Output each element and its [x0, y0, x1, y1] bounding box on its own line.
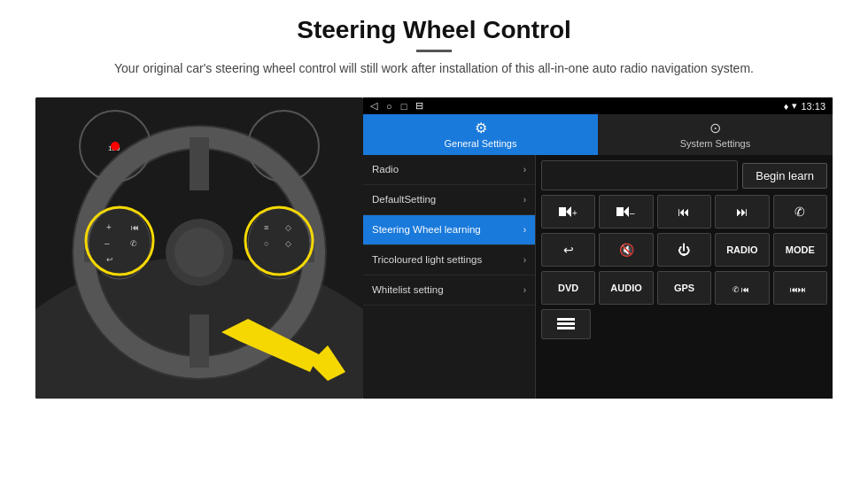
page-wrapper: Steering Wheel Control Your original car…: [0, 0, 868, 496]
vol-down-btn[interactable]: –: [599, 195, 653, 229]
tab-system-label: System Settings: [680, 138, 750, 149]
audio-btn[interactable]: AUDIO: [599, 271, 653, 305]
tab-bar: ⚙ General Settings ⊙ System Settings: [363, 114, 833, 155]
svg-rect-40: [557, 327, 575, 329]
clock: 13:13: [801, 101, 825, 112]
nav-menu[interactable]: ⊟: [415, 100, 423, 112]
menu-radio-label: Radio: [372, 163, 399, 176]
svg-text:–: –: [630, 208, 635, 218]
status-bar-left: ◁ ○ □ ⊟: [370, 100, 423, 112]
svg-text:⏮: ⏮: [741, 285, 749, 294]
svg-point-10: [89, 208, 151, 279]
svg-point-16: [248, 208, 310, 279]
page-title: Steering Wheel Control: [114, 16, 754, 44]
svg-rect-38: [557, 318, 575, 321]
menu-default-label: DefaultSetting: [372, 193, 436, 206]
top-row: Begin learn: [541, 160, 827, 190]
menu-steering-label: Steering Wheel learning: [372, 223, 481, 236]
vol-up-btn[interactable]: +: [541, 195, 595, 229]
svg-point-9: [174, 228, 224, 277]
chevron-icon-radio: ›: [523, 165, 526, 174]
chevron-icon-steering: ›: [523, 225, 526, 235]
menu-symbol-btn[interactable]: [541, 309, 591, 339]
svg-text:⏮⏭: ⏮⏭: [790, 285, 806, 294]
extra-row: [541, 309, 827, 339]
system-settings-icon: ⊙: [709, 120, 721, 136]
subtitle: Your original car's steering wheel contr…: [114, 59, 754, 78]
gps-icon: ♦: [784, 101, 789, 112]
nav-back[interactable]: ◁: [370, 100, 377, 112]
main-content: Radio › DefaultSetting › Steering Wheel …: [363, 155, 833, 399]
content-row: + ⏮ – ✆ ↩ ≡ ◇ ○ ◇ 12: [35, 97, 833, 399]
menu-item-default[interactable]: DefaultSetting ›: [363, 185, 535, 215]
steering-wheel-image: + ⏮ – ✆ ↩ ≡ ◇ ○ ◇ 12: [35, 97, 363, 399]
tab-general-label: General Settings: [445, 138, 517, 149]
right-panel: Begin learn + – ⏮ ⏭ ✆: [536, 155, 833, 399]
begin-learn-button[interactable]: Begin learn: [742, 163, 827, 189]
svg-text:+: +: [106, 222, 112, 232]
signal-icon: ▾: [792, 100, 797, 112]
phone-prev-btn[interactable]: ✆⏮: [715, 271, 769, 305]
dvd-btn[interactable]: DVD: [541, 271, 595, 305]
svg-text:–: –: [105, 238, 110, 248]
status-bar: ◁ ○ □ ⊟ ♦ ▾ 13:13: [363, 97, 833, 114]
radio-btn[interactable]: RADIO: [715, 233, 769, 267]
tab-general-settings[interactable]: ⚙ General Settings: [363, 114, 598, 155]
svg-text:✆: ✆: [732, 285, 740, 294]
title-section: Steering Wheel Control Your original car…: [114, 16, 754, 90]
general-settings-icon: ⚙: [475, 120, 487, 136]
tab-system-settings[interactable]: ⊙ System Settings: [598, 114, 833, 155]
svg-text:○: ○: [264, 239, 268, 248]
control-grid-row2: ↩ 🔇 ⏻ RADIO MODE: [541, 233, 827, 267]
control-grid-row1: + – ⏮ ⏭ ✆: [541, 195, 827, 229]
svg-text:◇: ◇: [285, 239, 291, 248]
svg-text:↩: ↩: [106, 255, 113, 264]
gps-btn[interactable]: GPS: [657, 271, 711, 305]
menu-whitelist-label: Whitelist setting: [372, 283, 444, 297]
power-btn[interactable]: ⏻: [657, 233, 711, 267]
menu-item-steering[interactable]: Steering Wheel learning ›: [363, 215, 535, 245]
menu-item-whitelist[interactable]: Whitelist setting ›: [363, 275, 535, 306]
phone-btn[interactable]: ✆: [773, 195, 827, 229]
control-grid-row3: DVD AUDIO GPS ✆⏮ ⏮⏭: [541, 271, 827, 305]
svg-text:✆: ✆: [130, 239, 137, 248]
chevron-icon-default: ›: [523, 195, 526, 205]
mode-btn[interactable]: MODE: [773, 233, 827, 267]
head-unit: ◁ ○ □ ⊟ ♦ ▾ 13:13 ⚙ General Settings: [363, 97, 833, 399]
skip-combo-btn[interactable]: ⏮⏭: [773, 271, 827, 305]
back-btn[interactable]: ↩: [541, 233, 595, 267]
mute-btn[interactable]: 🔇: [599, 233, 653, 267]
svg-text:◇: ◇: [285, 223, 291, 232]
status-bar-right: ♦ ▾ 13:13: [784, 100, 825, 112]
svg-text:≡: ≡: [264, 223, 268, 232]
nav-recent[interactable]: □: [401, 101, 407, 112]
chevron-icon-tricoloured: ›: [523, 255, 526, 265]
prev-track-btn[interactable]: ⏮: [657, 195, 711, 229]
svg-point-28: [111, 142, 120, 151]
svg-rect-39: [557, 322, 575, 325]
svg-marker-33: [624, 206, 629, 217]
menu-item-radio[interactable]: Radio ›: [363, 155, 535, 185]
left-menu: Radio › DefaultSetting › Steering Wheel …: [363, 155, 536, 399]
empty-input-box: [541, 160, 738, 190]
next-track-btn[interactable]: ⏭: [715, 195, 769, 229]
svg-marker-29: [559, 207, 566, 216]
menu-tricoloured-label: Tricoloured light settings: [372, 253, 482, 267]
title-divider: [416, 50, 452, 52]
chevron-icon-whitelist: ›: [523, 285, 526, 295]
svg-text:+: +: [572, 208, 577, 218]
svg-marker-30: [566, 206, 571, 217]
menu-item-tricoloured[interactable]: Tricoloured light settings ›: [363, 245, 535, 275]
svg-text:⏮: ⏮: [131, 223, 139, 232]
nav-home[interactable]: ○: [386, 101, 392, 112]
svg-marker-32: [616, 207, 624, 216]
